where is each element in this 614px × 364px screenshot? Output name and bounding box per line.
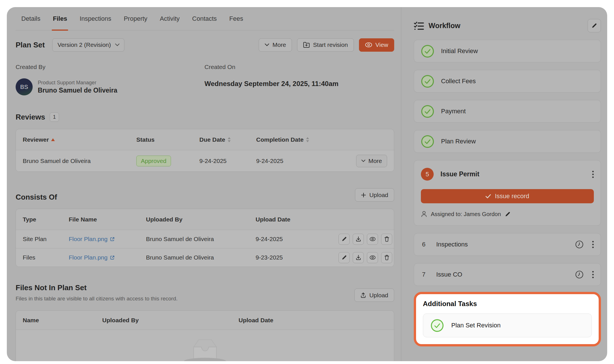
external-link-icon (110, 255, 115, 260)
review-reviewer: Bruno Samuel de Oliveira (23, 158, 136, 164)
additional-task-plan-set-revision[interactable]: Plan Set Revision (423, 313, 592, 337)
workflow-step-label: Payment (441, 108, 466, 115)
edit-pencil-icon[interactable] (505, 211, 511, 217)
workflow-step-label: Inspections (436, 241, 468, 248)
file-actions (339, 234, 392, 245)
workflow-step-initial-review[interactable]: Initial Review (414, 40, 601, 62)
file-link[interactable]: Floor Plan.png (69, 236, 115, 242)
consists-of-title: Consists Of (16, 193, 57, 202)
workflow-step-plan-review[interactable]: Plan Review (414, 130, 601, 153)
col-due-sort[interactable]: Due Date (199, 136, 256, 143)
empty-state: No files uploaded (16, 330, 394, 361)
additional-tasks-title: Additional Tasks (423, 300, 592, 308)
workflow-header: Workflow (414, 19, 601, 32)
consists-upload-button[interactable]: Upload (355, 188, 394, 202)
col-completion-sort[interactable]: Completion Date (256, 136, 350, 143)
eye-icon (365, 42, 372, 47)
clock-icon (575, 240, 584, 249)
tab-activity[interactable]: Activity (160, 7, 180, 30)
avatar: BS (16, 78, 33, 95)
review-completion-date: 9-24-2025 (256, 158, 350, 164)
version-select[interactable]: Version 2 (Revision) (52, 38, 124, 52)
review-row: Bruno Samuel de Oliveira Approved 9-24-2… (16, 150, 394, 171)
check-icon (485, 194, 491, 198)
sort-both-icon (306, 137, 309, 142)
file-uploaded-by: Bruno Samuel de Oliveira (146, 236, 256, 242)
col-type-label: Type (23, 216, 69, 223)
col-date-label: Upload Date (239, 317, 387, 324)
created-info: Created By BS Product Support Manager Br… (16, 64, 394, 95)
col-status-label: Status (136, 136, 199, 143)
download-button[interactable] (353, 234, 364, 245)
workflow-step-issue-co[interactable]: 7 Issue CO (414, 263, 601, 286)
file-uploaded-by: Bruno Samuel de Oliveira (146, 254, 256, 261)
step-number: 7 (421, 271, 427, 278)
issue-record-button[interactable]: Issue record (421, 189, 594, 203)
view-file-button[interactable] (367, 252, 378, 263)
files-not-upload-button[interactable]: Upload (354, 288, 394, 302)
sort-both-icon (227, 137, 231, 142)
tab-details[interactable]: Details (21, 7, 40, 30)
tab-contacts[interactable]: Contacts (192, 7, 217, 30)
created-by-block: Created By BS Product Support Manager Br… (16, 64, 204, 95)
chevron-down-icon (115, 43, 120, 46)
tab-fees[interactable]: Fees (229, 7, 243, 30)
download-button[interactable] (353, 252, 364, 263)
plan-set-toolbar: Plan Set Version 2 (Revision) More (16, 38, 394, 52)
checklist-icon (414, 21, 424, 30)
workflow-pane: Workflow Initial Review Collect Fees (401, 7, 607, 361)
workflow-edit-button[interactable] (588, 19, 601, 32)
kebab-menu-icon[interactable] (592, 271, 594, 278)
workflow-step-label: Collect Fees (441, 78, 476, 85)
files-not-table: Name Uploaded By Upload Date No files u (16, 310, 394, 361)
workflow-step-inspections[interactable]: 6 Inspections (414, 233, 601, 256)
view-button[interactable]: View (359, 38, 394, 52)
creator-role: Product Support Manager (38, 80, 117, 86)
delete-button[interactable] (381, 252, 392, 263)
file-row: Site Plan Floor Plan.png Bruno Samuel de… (16, 230, 394, 248)
workflow-step-label: Initial Review (441, 47, 478, 55)
files-not-subtitle: Files in this table are visible to all c… (16, 296, 177, 302)
step-number: 6 (421, 241, 427, 248)
check-circle-icon (421, 75, 434, 88)
files-not-titles: Files Not In Plan Set Files in this tabl… (16, 283, 177, 302)
view-file-button[interactable] (367, 234, 378, 245)
col-by-label: Uploaded By (102, 317, 239, 324)
tab-property[interactable]: Property (124, 7, 147, 30)
review-more-button[interactable]: More (356, 155, 387, 167)
created-by-label: Created By (16, 64, 204, 70)
tab-files[interactable]: Files (53, 7, 67, 30)
external-link-icon (110, 237, 115, 242)
col-reviewer-sort[interactable]: Reviewer (23, 136, 136, 143)
file-upload-date: 9-23-2025 (256, 254, 339, 261)
kebab-menu-icon[interactable] (592, 171, 594, 178)
col-reviewer-label: Reviewer (23, 136, 49, 143)
edit-button[interactable] (339, 252, 350, 263)
delete-button[interactable] (381, 234, 392, 245)
sort-asc-icon (51, 138, 55, 141)
edit-button[interactable] (339, 234, 350, 245)
tab-inspections[interactable]: Inspections (80, 7, 111, 30)
clock-icon (575, 270, 584, 279)
check-circle-icon (431, 319, 444, 332)
kebab-menu-icon[interactable] (592, 241, 594, 248)
additional-task-label: Plan Set Revision (451, 322, 501, 329)
check-circle-icon (421, 135, 434, 148)
col-file-label: File Name (69, 216, 146, 223)
empty-tray-icon (188, 337, 222, 361)
reviews-header: Reviews 1 (16, 112, 394, 122)
issue-permit-title: Issue Permit (440, 170, 479, 178)
file-link[interactable]: Floor Plan.png (69, 254, 115, 261)
plan-set-actions: More Start revision View (259, 38, 394, 52)
more-button[interactable]: More (259, 38, 292, 52)
workflow-step-payment[interactable]: Payment (414, 100, 601, 123)
left-content: Details Files Inspections Property Activ… (16, 7, 394, 361)
files-not-upload-label: Upload (369, 292, 388, 299)
consists-table-header: Type File Name Uploaded By Upload Date (16, 209, 394, 230)
chevron-down-icon (265, 43, 269, 46)
issue-record-label: Issue record (495, 193, 529, 200)
view-button-label: View (375, 41, 388, 48)
start-revision-button[interactable]: Start revision (297, 38, 354, 52)
person-icon (421, 211, 427, 217)
workflow-step-collect-fees[interactable]: Collect Fees (414, 70, 601, 93)
